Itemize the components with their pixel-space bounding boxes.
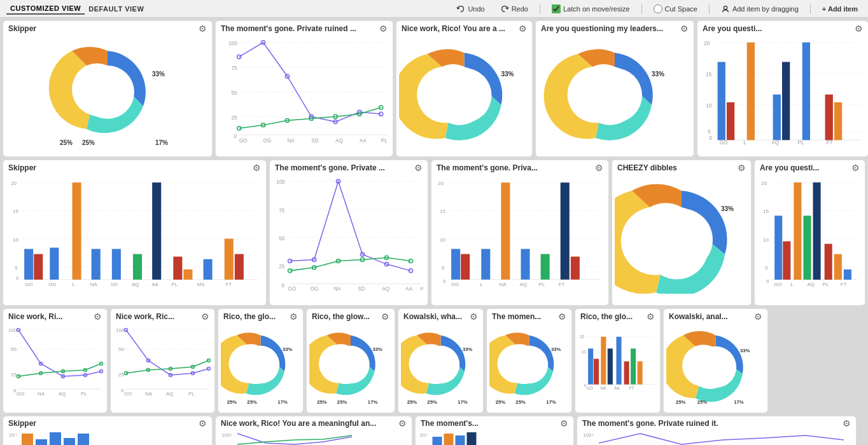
svg-text:25%: 25%	[515, 399, 526, 404]
svg-text:25%: 25%	[496, 399, 506, 404]
svg-point-238	[422, 345, 460, 383]
svg-text:33%: 33%	[463, 346, 473, 352]
svg-text:AQ: AQ	[335, 138, 343, 144]
widget-settings-button[interactable]: ⚙	[738, 163, 746, 173]
divider4	[810, 4, 811, 14]
latch-toggle[interactable]: Latch on move/resize	[548, 3, 634, 15]
widget-title: Kowalski, wha...	[403, 312, 462, 321]
svg-text:NA: NA	[287, 138, 295, 144]
widget-settings-button[interactable]: ⚙	[519, 24, 527, 34]
svg-text:0: 0	[234, 134, 237, 139]
widget-settings-button[interactable]: ⚙	[843, 418, 851, 428]
svg-text:PL: PL	[171, 282, 178, 287]
widget-settings-button[interactable]: ⚙	[199, 24, 207, 34]
svg-text:25%: 25%	[227, 399, 237, 404]
widget-title: Rico, the glo...	[580, 312, 633, 321]
svg-text:0: 0	[709, 135, 712, 141]
svg-text:20: 20	[11, 181, 17, 186]
svg-rect-64	[834, 102, 842, 140]
svg-text:25%: 25%	[676, 399, 686, 404]
svg-rect-175	[813, 182, 821, 280]
svg-text:10: 10	[706, 103, 712, 109]
svg-rect-90	[204, 259, 213, 280]
add-by-dragging-button[interactable]: Add item by dragging	[717, 3, 802, 15]
customized-view-btn[interactable]: CUSTOMIZED VIEW	[6, 3, 85, 15]
undo-button[interactable]: Undo	[452, 3, 488, 15]
svg-text:25%: 25%	[247, 399, 257, 404]
svg-text:PL: PL	[381, 138, 388, 144]
svg-text:100: 100	[116, 327, 125, 333]
svg-text:FT: FT	[629, 386, 634, 390]
widget-moments-gone-line2: The moment's gone. Private ... ⚙ 100 75 …	[269, 160, 428, 306]
svg-rect-281	[456, 435, 465, 445]
widget-settings-button[interactable]: ⚙	[851, 163, 860, 173]
svg-rect-274	[50, 432, 61, 445]
row-2: Skipper ⚙ 20 15 10 5 0	[3, 160, 868, 306]
widget-settings-button[interactable]: ⚙	[560, 418, 568, 428]
svg-rect-92	[235, 254, 244, 280]
svg-rect-282	[467, 432, 477, 445]
widget-title: The moment's...	[421, 419, 479, 428]
svg-rect-145	[501, 182, 510, 280]
svg-rect-276	[78, 434, 89, 445]
widget-settings-button[interactable]: ⚙	[398, 418, 407, 428]
svg-text:15: 15	[440, 209, 445, 214]
svg-text:L: L	[73, 282, 76, 287]
widget-settings-button[interactable]: ⚙	[595, 163, 603, 173]
svg-text:50: 50	[118, 346, 124, 352]
svg-rect-83	[73, 182, 81, 280]
svg-rect-280	[444, 434, 454, 445]
widget-settings-button[interactable]: ⚙	[855, 24, 863, 34]
svg-text:33%: 33%	[652, 71, 664, 78]
svg-text:100↑: 100↑	[221, 432, 232, 438]
svg-rect-80	[24, 249, 33, 280]
cut-space-toggle[interactable]: Cut Space	[650, 3, 701, 15]
widget-settings-button[interactable]: ⚙	[253, 163, 261, 173]
widget-title: The moment's gone. Private ...	[275, 163, 385, 172]
widget-title: Are you questioning my leaders...	[541, 24, 663, 33]
svg-text:OG: OG	[310, 286, 318, 292]
svg-text:PL: PL	[539, 282, 545, 287]
svg-text:20: 20	[438, 181, 444, 186]
svg-text:0: 0	[443, 278, 446, 284]
widget-settings-button[interactable]: ⚙	[290, 312, 298, 322]
svg-text:GO: GO	[288, 286, 297, 292]
svg-text:0: 0	[16, 275, 19, 281]
widget-settings-button[interactable]: ⚙	[680, 24, 689, 34]
svg-text:GO: GO	[124, 391, 132, 397]
svg-rect-254	[588, 348, 593, 384]
widget-settings-button[interactable]: ⚙	[414, 163, 423, 173]
widget-title: Are you questi...	[760, 163, 819, 172]
svg-text:25: 25	[11, 372, 17, 378]
widget-title: Kowalski, anal...	[669, 312, 728, 321]
svg-text:17%: 17%	[546, 399, 556, 404]
widget-settings-button[interactable]: ⚙	[201, 312, 209, 322]
widget-settings-button[interactable]: ⚙	[558, 312, 566, 322]
widget-title: The moment's gone. Private ruined it.	[582, 419, 718, 428]
widget-rico-glo-donut1: Rico, the glo... ⚙ 33% 25% 25% 17%	[218, 308, 304, 413]
latch-checkbox[interactable]	[552, 4, 561, 13]
widget-settings-button[interactable]: ⚙	[379, 24, 388, 34]
svg-rect-178	[844, 270, 851, 280]
svg-text:100: 100	[8, 327, 17, 333]
widget-skipper-bar-large: Skipper ⚙ 20 15 10 5 0	[3, 160, 267, 306]
divider1	[540, 4, 540, 14]
widget-settings-button[interactable]: ⚙	[470, 312, 478, 322]
widget-settings-button[interactable]: ⚙	[754, 312, 762, 322]
svg-text:AA: AA	[360, 138, 367, 144]
widget-moments-gone-line: The moment's gone. Private ruined ... ⚙ …	[215, 20, 393, 157]
svg-text:NA: NA	[499, 282, 507, 287]
widget-settings-button[interactable]: ⚙	[647, 312, 655, 322]
redo-button[interactable]: Redo	[496, 3, 532, 15]
widget-settings-button[interactable]: ⚙	[94, 312, 102, 322]
add-item-button[interactable]: + Add item	[818, 4, 862, 14]
svg-rect-59	[747, 43, 755, 140]
default-view-btn[interactable]: DEFAULT VIEW	[85, 3, 148, 15]
svg-text:75: 75	[231, 65, 237, 71]
svg-text:FT: FT	[559, 282, 565, 287]
widget-settings-button[interactable]: ⚙	[381, 312, 389, 322]
svg-text:PL: PL	[421, 287, 424, 292]
cut-radio[interactable]	[654, 4, 662, 13]
widget-settings-button[interactable]: ⚙	[199, 418, 207, 428]
svg-text:NA: NA	[38, 391, 45, 397]
